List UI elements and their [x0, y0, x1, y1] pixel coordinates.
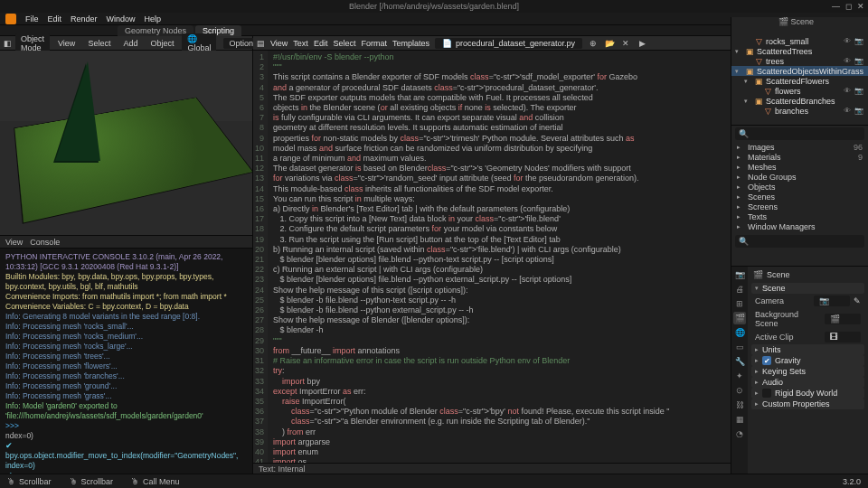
vp-menu-add[interactable]: Add: [118, 38, 142, 49]
tab-world-icon[interactable]: 🌐: [733, 326, 746, 339]
search-input[interactable]: 🔍: [735, 127, 864, 140]
outliner-row[interactable]: ▽trees👁 📷: [731, 56, 868, 66]
datablock-row[interactable]: ▸Scenes: [731, 192, 868, 202]
ed-menu-edit[interactable]: Edit: [314, 39, 328, 48]
datablock-row[interactable]: ▸Texts: [731, 211, 868, 221]
close-icon[interactable]: ✕: [857, 2, 864, 11]
data-api-outliner[interactable]: 🔍 ▸Images96▸Materials9▸Meshes▸Node Group…: [731, 125, 868, 266]
item-name: rocks_small: [766, 37, 841, 46]
tab-constraint-icon[interactable]: ⛓: [733, 399, 746, 411]
panel-gravity[interactable]: ▸✔Gravity: [751, 355, 864, 366]
window-titlebar: Blender [/home/andrej/ws/assets/garden.b…: [0, 0, 868, 13]
visibility-toggles[interactable]: 👁 📷: [844, 87, 864, 95]
vp-menu-select[interactable]: Select: [83, 38, 115, 49]
tab-data-icon[interactable]: ▦: [733, 413, 746, 426]
console-line: bpy.ops.object.modifier_move_to_index(mo…: [5, 441, 247, 471]
datablock-row[interactable]: ▸Node Groups: [731, 172, 868, 182]
tab-modifier-icon[interactable]: 🔧: [733, 355, 746, 368]
tab-render-icon[interactable]: 📷: [733, 268, 746, 281]
ed-menu-text[interactable]: Text: [293, 39, 308, 48]
menu-file[interactable]: File: [25, 14, 39, 23]
visibility-toggles[interactable]: 👁 📷: [844, 37, 864, 45]
run-script-icon[interactable]: ▶: [637, 38, 647, 49]
info-menu-console[interactable]: Console: [30, 238, 60, 247]
new-text-icon[interactable]: ⊕: [588, 38, 599, 49]
rbw-checkbox[interactable]: [762, 389, 771, 398]
editor-type-icon[interactable]: ◧: [4, 38, 12, 48]
tab-physics-icon[interactable]: ⊙: [733, 384, 746, 397]
blender-logo-icon[interactable]: [5, 14, 16, 24]
camera-field[interactable]: 📷: [814, 296, 850, 306]
outliner-row[interactable]: ▾▣ScatteredBranches: [731, 96, 868, 106]
scene-selector[interactable]: 🎬 Scene: [778, 17, 814, 26]
collection-icon: ▣: [745, 67, 754, 76]
clip-label: Active Clip: [755, 333, 821, 342]
datablock-row[interactable]: ▸Objects: [731, 182, 868, 192]
panel-keying-sets[interactable]: ▸Keying Sets: [751, 366, 864, 377]
text-editor-footer: Text: Internal: [253, 463, 731, 474]
minimize-icon[interactable]: —: [832, 2, 840, 11]
breadcrumb[interactable]: 🎬 Scene: [751, 268, 864, 281]
line-gutter: 1234567891011121314151617181920212223242…: [253, 51, 268, 463]
bgscene-field[interactable]: 🎬: [825, 314, 861, 324]
tab-scene-icon[interactable]: 🎬: [733, 312, 746, 324]
console-line: Info: Processing mesh 'rocks_small'...: [5, 322, 247, 332]
info-header: View Console: [0, 235, 252, 248]
panel-scene[interactable]: ▾Scene: [751, 283, 864, 294]
vp-menu-view[interactable]: View: [53, 38, 80, 49]
menu-render[interactable]: Render: [71, 14, 98, 23]
text-datablock-selector[interactable]: 📄 procedural_dataset_generator.py: [435, 38, 582, 49]
item-name: ScatteredFlowers: [766, 77, 864, 86]
ed-menu-templates[interactable]: Templates: [392, 39, 429, 48]
visibility-toggles[interactable]: 👁 📷: [844, 57, 864, 65]
tab-viewlayer-icon[interactable]: ⊞: [733, 297, 746, 310]
text-editor-header: ▤ View Text Edit Select Format Templates…: [253, 36, 731, 51]
visibility-toggles[interactable]: 👁 📷: [844, 107, 864, 115]
open-text-icon[interactable]: 📂: [604, 38, 615, 49]
outliner-row[interactable]: ▽rocks_small👁 📷: [731, 36, 868, 46]
menu-help[interactable]: Help: [145, 14, 162, 23]
datablock-row[interactable]: ▸Screens: [731, 202, 868, 211]
outliner-row[interactable]: ▾▣ScatteredFlowers: [731, 76, 868, 86]
tab-output-icon[interactable]: 🖨: [733, 283, 746, 296]
outliner-row[interactable]: ▾▣ScatteredTrees: [731, 46, 868, 56]
workspace-tabs: Geometry Nodes Scripting 🎬 Scene ⊞ ViewL…: [0, 25, 868, 36]
ed-menu-select[interactable]: Select: [333, 39, 355, 48]
outliner-row[interactable]: ▾▣ScatteredObjectsWithinGrass: [731, 66, 868, 76]
datablock-row[interactable]: ▸Materials9: [731, 152, 868, 162]
unlink-icon[interactable]: ✕: [620, 38, 631, 49]
tab-object-icon[interactable]: ▭: [733, 341, 746, 353]
vp-menu-object[interactable]: Object: [146, 38, 178, 49]
panel-units[interactable]: ▸Units: [751, 344, 864, 355]
collection-icon: ▣: [754, 77, 763, 86]
text-icon: 📄: [442, 39, 452, 48]
3d-viewport[interactable]: [0, 51, 252, 235]
code-area[interactable]: #!/usr/bin/env -S blender --python"""Thi…: [268, 51, 731, 463]
editor-type-icon[interactable]: ▤: [257, 39, 265, 48]
panel-audio[interactable]: ▸Audio: [751, 377, 864, 388]
tab-material-icon[interactable]: ◔: [733, 427, 746, 440]
datablock-row[interactable]: ▸Images96: [731, 142, 868, 152]
menu-window[interactable]: Window: [107, 14, 136, 23]
python-console[interactable]: PYTHON INTERACTIVE CONSOLE 3.10.2 (main,…: [0, 248, 252, 474]
console-line: ndex=0): [5, 431, 247, 441]
clip-field[interactable]: 🎞: [825, 332, 861, 343]
menu-edit[interactable]: Edit: [48, 14, 62, 23]
datablock-row[interactable]: ▸Meshes: [731, 162, 868, 172]
datablock-row[interactable]: ▸Window Managers: [731, 221, 868, 231]
panel-rigid-body-world[interactable]: ▸Rigid Body World: [751, 388, 864, 399]
outliner-row[interactable]: ▽flowers👁 📷: [731, 86, 868, 96]
gravity-checkbox[interactable]: ✔: [762, 356, 771, 365]
text-editor[interactable]: 1234567891011121314151617181920212223242…: [253, 51, 731, 463]
outliner-row[interactable]: ▽branches👁 📷: [731, 106, 868, 116]
maximize-icon[interactable]: ◻: [845, 2, 852, 11]
ed-menu-view[interactable]: View: [270, 39, 288, 48]
panel-custom-properties[interactable]: ▸Custom Properties: [751, 399, 864, 409]
search-input[interactable]: 🔍: [735, 235, 864, 248]
ed-menu-format[interactable]: Format: [361, 39, 387, 48]
outliner[interactable]: ▽rocks_small👁 📷▾▣ScatteredTrees▽trees👁 📷…: [731, 36, 868, 125]
eyedropper-icon[interactable]: ✎: [854, 296, 861, 305]
status-bar: 🖱Scrollbar 🖱Scrollbar 🖱Call Menu 3.2.0: [0, 474, 868, 488]
tab-particles-icon[interactable]: ✦: [733, 370, 746, 382]
info-menu-view[interactable]: View: [5, 238, 23, 247]
